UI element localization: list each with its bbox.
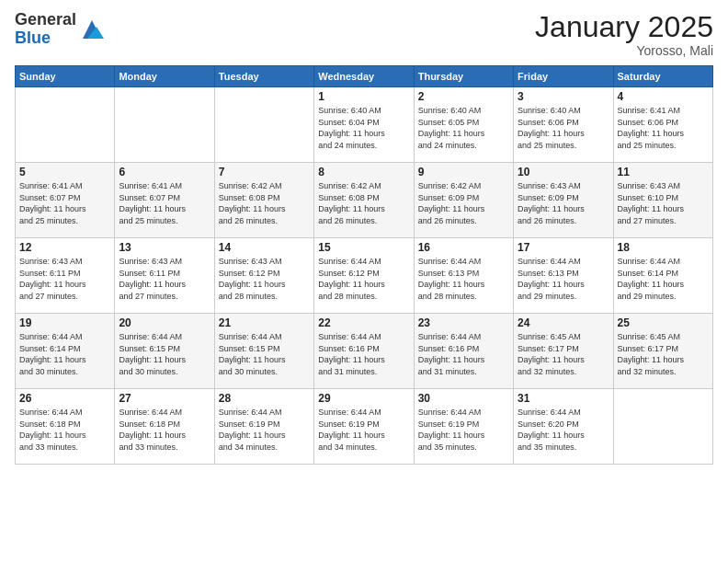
cell-w4-d1: 19Sunrise: 6:44 AM Sunset: 6:14 PM Dayli… — [16, 314, 115, 389]
cell-w3-d2: 13Sunrise: 6:43 AM Sunset: 6:11 PM Dayli… — [115, 238, 214, 314]
cell-w1-d5: 2Sunrise: 6:40 AM Sunset: 6:05 PM Daylig… — [414, 87, 513, 163]
day-number: 11 — [618, 166, 709, 178]
header-saturday: Saturday — [613, 66, 712, 87]
cell-w2-d3: 7Sunrise: 6:42 AM Sunset: 6:08 PM Daylig… — [214, 163, 313, 238]
day-number: 12 — [19, 241, 110, 254]
day-number: 17 — [518, 241, 609, 254]
day-number: 18 — [618, 241, 709, 254]
header-sunday: Sunday — [16, 66, 115, 87]
day-info: Sunrise: 6:44 AM Sunset: 6:14 PM Dayligh… — [618, 256, 709, 302]
cell-w4-d5: 23Sunrise: 6:44 AM Sunset: 6:16 PM Dayli… — [414, 314, 513, 389]
cell-w5-d6: 31Sunrise: 6:44 AM Sunset: 6:20 PM Dayli… — [514, 389, 613, 465]
cell-w5-d5: 30Sunrise: 6:44 AM Sunset: 6:19 PM Dayli… — [414, 389, 513, 465]
day-info: Sunrise: 6:44 AM Sunset: 6:12 PM Dayligh… — [318, 256, 409, 302]
cell-w2-d4: 8Sunrise: 6:42 AM Sunset: 6:08 PM Daylig… — [314, 163, 414, 238]
week-row-2: 5Sunrise: 6:41 AM Sunset: 6:07 PM Daylig… — [16, 163, 713, 238]
cell-w1-d3 — [214, 87, 313, 163]
day-info: Sunrise: 6:44 AM Sunset: 6:13 PM Dayligh… — [418, 256, 509, 302]
day-info: Sunrise: 6:45 AM Sunset: 6:17 PM Dayligh… — [618, 331, 709, 377]
logo-icon — [78, 16, 106, 43]
day-number: 9 — [418, 166, 509, 178]
page-container: General Blue January 2025 Yorosso, Mali … — [0, 0, 728, 472]
logo-general: General — [15, 11, 76, 29]
day-number: 5 — [19, 166, 110, 178]
day-info: Sunrise: 6:44 AM Sunset: 6:19 PM Dayligh… — [219, 407, 310, 453]
day-number: 2 — [418, 90, 509, 103]
week-row-1: 1Sunrise: 6:40 AM Sunset: 6:04 PM Daylig… — [16, 87, 713, 163]
day-info: Sunrise: 6:42 AM Sunset: 6:08 PM Dayligh… — [219, 180, 310, 226]
day-number: 21 — [219, 316, 310, 329]
day-info: Sunrise: 6:40 AM Sunset: 6:05 PM Dayligh… — [418, 105, 509, 151]
day-info: Sunrise: 6:41 AM Sunset: 6:06 PM Dayligh… — [618, 105, 709, 151]
day-info: Sunrise: 6:43 AM Sunset: 6:11 PM Dayligh… — [19, 256, 110, 302]
day-info: Sunrise: 6:44 AM Sunset: 6:16 PM Dayligh… — [318, 331, 409, 377]
day-number: 13 — [119, 241, 210, 254]
cell-w4-d2: 20Sunrise: 6:44 AM Sunset: 6:15 PM Dayli… — [115, 314, 214, 389]
logo: General Blue — [15, 11, 106, 48]
cell-w3-d6: 17Sunrise: 6:44 AM Sunset: 6:13 PM Dayli… — [514, 238, 613, 314]
day-info: Sunrise: 6:44 AM Sunset: 6:19 PM Dayligh… — [318, 407, 409, 453]
cell-w2-d2: 6Sunrise: 6:41 AM Sunset: 6:07 PM Daylig… — [115, 163, 214, 238]
day-number: 23 — [418, 316, 509, 329]
day-number: 6 — [119, 166, 210, 178]
cell-w2-d6: 10Sunrise: 6:43 AM Sunset: 6:09 PM Dayli… — [514, 163, 613, 238]
day-number: 14 — [219, 241, 310, 254]
day-info: Sunrise: 6:44 AM Sunset: 6:20 PM Dayligh… — [518, 407, 609, 453]
cell-w2-d7: 11Sunrise: 6:43 AM Sunset: 6:10 PM Dayli… — [613, 163, 712, 238]
location: Yorosso, Mali — [535, 43, 713, 58]
day-number: 15 — [318, 241, 409, 254]
logo-text: General Blue — [15, 11, 76, 48]
day-number: 28 — [219, 392, 310, 405]
day-info: Sunrise: 6:44 AM Sunset: 6:15 PM Dayligh… — [219, 331, 310, 377]
cell-w1-d4: 1Sunrise: 6:40 AM Sunset: 6:04 PM Daylig… — [314, 87, 414, 163]
cell-w3-d4: 15Sunrise: 6:44 AM Sunset: 6:12 PM Dayli… — [314, 238, 414, 314]
day-info: Sunrise: 6:43 AM Sunset: 6:09 PM Dayligh… — [518, 180, 609, 226]
cell-w4-d3: 21Sunrise: 6:44 AM Sunset: 6:15 PM Dayli… — [214, 314, 313, 389]
day-info: Sunrise: 6:44 AM Sunset: 6:14 PM Dayligh… — [19, 331, 110, 377]
day-info: Sunrise: 6:41 AM Sunset: 6:07 PM Dayligh… — [119, 180, 210, 226]
day-info: Sunrise: 6:43 AM Sunset: 6:12 PM Dayligh… — [219, 256, 310, 302]
cell-w1-d7: 4Sunrise: 6:41 AM Sunset: 6:06 PM Daylig… — [613, 87, 712, 163]
header-row: Sunday Monday Tuesday Wednesday Thursday… — [16, 66, 713, 87]
day-info: Sunrise: 6:43 AM Sunset: 6:10 PM Dayligh… — [618, 180, 709, 226]
cell-w2-d1: 5Sunrise: 6:41 AM Sunset: 6:07 PM Daylig… — [16, 163, 115, 238]
cell-w4-d4: 22Sunrise: 6:44 AM Sunset: 6:16 PM Dayli… — [314, 314, 414, 389]
header: General Blue January 2025 Yorosso, Mali — [15, 11, 713, 58]
day-info: Sunrise: 6:40 AM Sunset: 6:06 PM Dayligh… — [518, 105, 609, 151]
cell-w4-d6: 24Sunrise: 6:45 AM Sunset: 6:17 PM Dayli… — [514, 314, 613, 389]
day-info: Sunrise: 6:45 AM Sunset: 6:17 PM Dayligh… — [518, 331, 609, 377]
day-info: Sunrise: 6:42 AM Sunset: 6:08 PM Dayligh… — [318, 180, 409, 226]
day-number: 24 — [518, 316, 609, 329]
cell-w5-d7 — [613, 389, 712, 465]
cell-w2-d5: 9Sunrise: 6:42 AM Sunset: 6:09 PM Daylig… — [414, 163, 513, 238]
cell-w5-d3: 28Sunrise: 6:44 AM Sunset: 6:19 PM Dayli… — [214, 389, 313, 465]
day-info: Sunrise: 6:44 AM Sunset: 6:19 PM Dayligh… — [418, 407, 509, 453]
day-number: 25 — [618, 316, 709, 329]
cell-w3-d1: 12Sunrise: 6:43 AM Sunset: 6:11 PM Dayli… — [16, 238, 115, 314]
month-title: January 2025 — [535, 11, 713, 43]
cell-w5-d1: 26Sunrise: 6:44 AM Sunset: 6:18 PM Dayli… — [16, 389, 115, 465]
day-number: 27 — [119, 392, 210, 405]
day-info: Sunrise: 6:44 AM Sunset: 6:16 PM Dayligh… — [418, 331, 509, 377]
day-info: Sunrise: 6:44 AM Sunset: 6:15 PM Dayligh… — [119, 331, 210, 377]
week-row-4: 19Sunrise: 6:44 AM Sunset: 6:14 PM Dayli… — [16, 314, 713, 389]
day-number: 22 — [318, 316, 409, 329]
day-info: Sunrise: 6:44 AM Sunset: 6:18 PM Dayligh… — [119, 407, 210, 453]
calendar-table: Sunday Monday Tuesday Wednesday Thursday… — [15, 65, 713, 465]
header-friday: Friday — [514, 66, 613, 87]
cell-w3-d3: 14Sunrise: 6:43 AM Sunset: 6:12 PM Dayli… — [214, 238, 313, 314]
week-row-5: 26Sunrise: 6:44 AM Sunset: 6:18 PM Dayli… — [16, 389, 713, 465]
cell-w1-d1 — [16, 87, 115, 163]
day-info: Sunrise: 6:40 AM Sunset: 6:04 PM Dayligh… — [318, 105, 409, 151]
day-number: 4 — [618, 90, 709, 103]
day-info: Sunrise: 6:42 AM Sunset: 6:09 PM Dayligh… — [418, 180, 509, 226]
header-monday: Monday — [115, 66, 214, 87]
day-number: 10 — [518, 166, 609, 178]
day-info: Sunrise: 6:44 AM Sunset: 6:13 PM Dayligh… — [518, 256, 609, 302]
cell-w5-d2: 27Sunrise: 6:44 AM Sunset: 6:18 PM Dayli… — [115, 389, 214, 465]
header-tuesday: Tuesday — [214, 66, 313, 87]
day-number: 1 — [318, 90, 409, 103]
week-row-3: 12Sunrise: 6:43 AM Sunset: 6:11 PM Dayli… — [16, 238, 713, 314]
header-thursday: Thursday — [414, 66, 513, 87]
day-number: 31 — [518, 392, 609, 405]
